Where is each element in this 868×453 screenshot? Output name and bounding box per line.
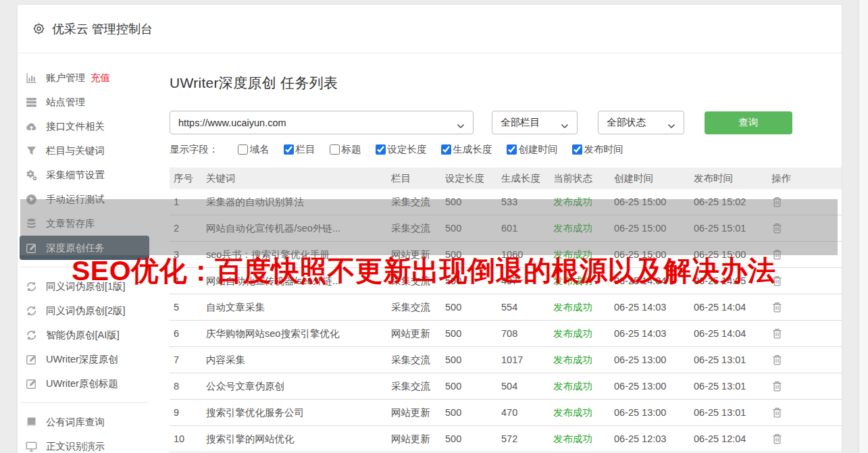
- delete-button[interactable]: [771, 275, 783, 287]
- cell-actions: [771, 222, 842, 234]
- delete-button[interactable]: [771, 248, 783, 261]
- main-card: 优采云 管理控制台 账户管理充值站点管理接口文件相关栏目与关键词采集细节设置手动…: [17, 4, 842, 453]
- bar-chart-icon: [26, 72, 37, 84]
- checkbox-input[interactable]: [376, 144, 386, 155]
- table-header-cell: 关键词: [206, 172, 391, 185]
- table-row: 9搜索引擎优化服务公司网站更新500470发布成功06-25 13:0006-2…: [170, 400, 842, 426]
- cell-category: 采集交流: [391, 222, 445, 235]
- column-select-value: 全部栏目: [501, 116, 540, 129]
- cell-published: 06-25 14:04: [694, 302, 771, 313]
- sidebar-item-api-files[interactable]: 接口文件相关: [20, 114, 149, 138]
- sidebar-item-account-management[interactable]: 账户管理充值: [20, 65, 149, 90]
- checkbox-input[interactable]: [441, 144, 451, 155]
- cell-created: 06-25 14:03: [614, 328, 694, 339]
- delete-button[interactable]: [771, 196, 783, 208]
- query-button[interactable]: 查询: [705, 111, 792, 134]
- filter-controls: https://www.ucaiyun.com 全部栏目 全部状态: [170, 111, 842, 134]
- status-select[interactable]: 全部状态: [598, 111, 684, 134]
- cell-gen_len: 1060: [501, 249, 553, 260]
- column-select[interactable]: 全部栏目: [492, 111, 578, 134]
- sidebar-item-label: 正文识别演示: [46, 440, 105, 453]
- chevron-down-icon: [667, 120, 675, 126]
- delete-button[interactable]: [771, 327, 783, 340]
- cell-set_len: 500: [445, 381, 501, 392]
- field-checkbox-3[interactable]: 标题: [330, 143, 361, 156]
- cell-gen_len: 1017: [501, 354, 553, 365]
- cell-keyword: 网站自动化宣传机器/seo外链...: [206, 222, 391, 235]
- cell-keyword: 庆华购物网站seo搜索引擎优化: [206, 327, 391, 340]
- sidebar-item-uwriter-deep-original[interactable]: UWriter深度原创: [20, 347, 149, 371]
- cell-category: 网站更新: [391, 327, 445, 340]
- sidebar-item-label: 站点管理: [46, 96, 85, 109]
- table-row: 10搜索引擎的网站优化网站更新500572发布成功06-25 12:0306-2…: [170, 426, 842, 452]
- trash-icon: [771, 354, 783, 366]
- cell-category: 采集交流: [391, 196, 445, 209]
- sidebar-item-site-management[interactable]: 站点管理: [20, 90, 149, 114]
- sidebar-item-content-recognition-demo[interactable]: 正文识别演示: [20, 434, 149, 453]
- delete-button[interactable]: [771, 222, 783, 234]
- sidebar-item-uwriter-original-title[interactable]: UWriter原创标题: [20, 371, 149, 396]
- trash-icon: [771, 248, 783, 261]
- trash-icon: [771, 301, 783, 313]
- cell-category: 网站更新: [391, 248, 445, 261]
- cell-no: 4: [174, 275, 206, 286]
- cell-category: 采集交流: [391, 354, 445, 367]
- cell-keyword: 自动文章采集: [206, 301, 391, 314]
- cell-category: 采集交流: [391, 275, 445, 288]
- sidebar-item-collect-detail-settings[interactable]: 采集细节设置: [20, 163, 149, 187]
- gears-icon: [26, 169, 37, 181]
- cell-keyword: 公众号文章伪原创: [206, 380, 391, 393]
- cell-set_len: 500: [445, 196, 501, 207]
- field-checkbox-2[interactable]: 栏目: [284, 143, 315, 156]
- field-checkbox-4[interactable]: 设定长度: [376, 143, 427, 156]
- delete-button[interactable]: [771, 433, 783, 445]
- trash-icon: [771, 406, 783, 419]
- delete-button[interactable]: [771, 301, 783, 313]
- sidebar-item-article-temp-store[interactable]: 文章暂存库: [20, 211, 149, 236]
- sidebar-item-smart-rewrite-ai[interactable]: 智能伪原创[AI版]: [20, 323, 149, 347]
- table-row: 4网站自动化宣传机器/seo外链...采集交流500497发布成功06-25 1…: [170, 268, 842, 294]
- site-select[interactable]: https://www.ucaiyun.com: [170, 111, 474, 134]
- table-header-cell: 设定长度: [445, 172, 501, 185]
- field-checkbox-7[interactable]: 发布时间: [572, 143, 623, 156]
- checkbox-input[interactable]: [572, 144, 582, 155]
- cell-keyword: 搜索引擎优化服务公司: [206, 406, 391, 419]
- checkbox-input[interactable]: [507, 144, 517, 155]
- sidebar-item-public-thesaurus-query[interactable]: 公有词库查询: [20, 410, 149, 434]
- checkbox-input[interactable]: [238, 144, 248, 155]
- sidebar-item-manual-run-test[interactable]: 手动运行测试: [20, 187, 149, 211]
- field-checkbox-6[interactable]: 创建时间: [507, 143, 558, 156]
- recharge-badge[interactable]: 充值: [91, 72, 110, 84]
- cell-published: 06-25 12:04: [694, 433, 771, 444]
- delete-button[interactable]: [771, 354, 783, 366]
- cell-status: 发布成功: [553, 380, 614, 393]
- sidebar-item-columns-keywords[interactable]: 栏目与关键词: [20, 138, 149, 163]
- table-header-cell: 当前状态: [553, 172, 614, 185]
- cell-published: 06-25 15:02: [694, 196, 771, 207]
- page-scrollbar[interactable]: [859, 0, 868, 453]
- cell-actions: [771, 406, 842, 419]
- sidebar-item-synonym-rewrite-v2[interactable]: 同义词伪原创[2版]: [20, 298, 149, 323]
- sidebar-item-label: 采集细节设置: [46, 169, 105, 182]
- table-row: 5自动文章采集采集交流500554发布成功06-25 14:0306-25 14…: [170, 294, 842, 321]
- field-checkbox-group: 域名栏目标题设定长度生成长度创建时间发布时间: [238, 143, 638, 156]
- table-header-cell: 创建时间: [614, 172, 694, 185]
- delete-button[interactable]: [771, 380, 783, 392]
- sidebar-item-label: UWriter原创标题: [46, 377, 118, 390]
- checkbox-input[interactable]: [330, 144, 340, 155]
- checkbox-input[interactable]: [284, 144, 294, 155]
- checkbox-label: 标题: [342, 143, 361, 156]
- delete-button[interactable]: [771, 406, 783, 419]
- field-checkbox-1[interactable]: 域名: [238, 143, 270, 156]
- cell-status: 发布成功: [553, 222, 614, 235]
- checkbox-label: 设定长度: [388, 143, 427, 156]
- sidebar-item-deep-original-tasks[interactable]: 深度原创任务: [20, 236, 149, 260]
- cell-category: 采集交流: [391, 380, 445, 393]
- cell-set_len: 500: [445, 354, 501, 365]
- cell-status: 发布成功: [553, 301, 614, 314]
- cell-published: 06-25 13:01: [694, 354, 771, 365]
- checkbox-label: 栏目: [296, 143, 315, 156]
- field-checkbox-5[interactable]: 生成长度: [441, 143, 492, 156]
- sidebar-item-synonym-rewrite-v1[interactable]: 同义词伪原创[1版]: [20, 274, 149, 298]
- sidebar-item-label: 同义词伪原创[2版]: [46, 304, 126, 317]
